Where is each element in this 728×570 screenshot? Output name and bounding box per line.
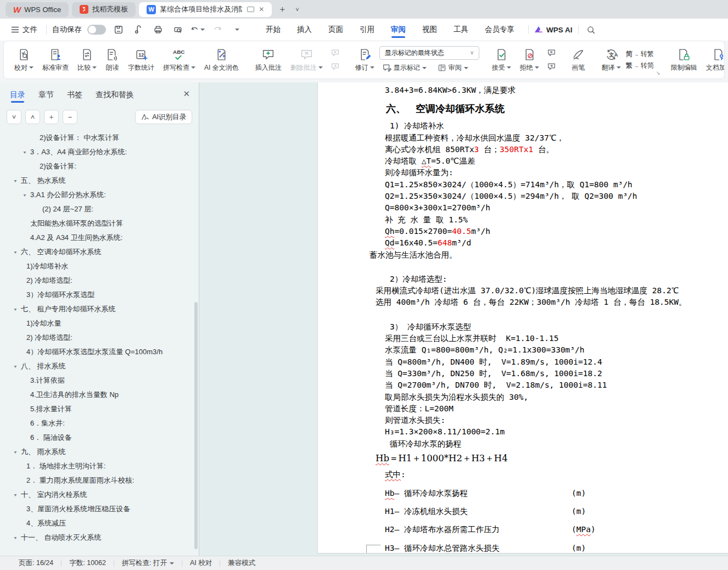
toc-item[interactable]: 4、系统减压 — [0, 516, 199, 530]
document-page[interactable]: 3.84+3=6.84KW>6.3KW，满足要求六、 空调冷却循环水系统1) 冷… — [317, 82, 728, 554]
sidebar-tab-chapters[interactable]: 章节 — [38, 90, 54, 105]
window-mode-icon[interactable] — [247, 7, 254, 12]
close-tab-icon[interactable]: ✕ — [259, 5, 264, 13]
toc-item[interactable]: 2) 冷却塔选型: — [0, 331, 199, 345]
toc-expand-down-button[interactable]: ˅ — [7, 110, 21, 124]
collapse-arrow-icon[interactable]: ▼ — [13, 493, 18, 497]
toc-item[interactable]: 2． 重力雨水系统屋面雨水斗校核: — [0, 473, 199, 488]
toc-item[interactable]: 4.卫生洁具的排水当量数 Np — [0, 388, 199, 402]
to-simplified-button[interactable]: 繁→ 转简 — [626, 61, 654, 70]
sidebar-scrollbar[interactable] — [194, 302, 198, 549]
tab-view[interactable]: 视图 — [414, 20, 445, 39]
tab-page[interactable]: 页面 — [320, 20, 351, 39]
toc-item[interactable]: 3、屋面消火栓系统增压稳压设备 — [0, 502, 199, 516]
ai-recognize-toc-button[interactable]: AI识别目录 — [135, 110, 192, 124]
review-pane-button[interactable]: 审阅 — [435, 62, 471, 74]
accept-button[interactable]: 接受 — [488, 47, 515, 74]
spell-check-button[interactable]: ABC 拼写检查 — [159, 47, 199, 74]
toc-item[interactable]: 6．集水井: — [0, 416, 199, 431]
ink-pen-button[interactable]: 画笔 — [568, 47, 589, 74]
reject-button[interactable]: 拒绝 — [516, 47, 543, 74]
toc-item[interactable]: 1)冷却塔补水 — [0, 259, 199, 273]
toc-item[interactable]: ▼六、 空调冷却循环水系统 — [0, 245, 199, 259]
toc-item[interactable]: 1)冷却水量 — [0, 316, 199, 331]
sidebar-tab-toc[interactable]: 目录 — [10, 90, 25, 105]
compare-button[interactable]: 比较 — [74, 47, 100, 74]
collapse-arrow-icon[interactable]: ▼ — [13, 250, 18, 254]
document-area[interactable]: 3.84+3=6.84KW>6.3KW，满足要求六、 空调冷却循环水系统1) 冷… — [199, 82, 728, 556]
undo-dropdown-icon[interactable] — [200, 29, 205, 31]
word-count-indicator[interactable]: 字数: 10062 — [69, 558, 106, 568]
toc-item[interactable]: 2)设备计算: — [0, 159, 199, 174]
toc-item[interactable]: ▼3．A3、A4 商业部分给水系统: — [0, 145, 199, 159]
export-pdf-button[interactable] — [131, 23, 145, 36]
toc-item[interactable]: 4）冷却循环水泵选型水泵流量 Q=100m3/h — [0, 345, 199, 359]
translate-button[interactable]: 文A 翻译 — [598, 47, 625, 74]
word-count-button[interactable]: 12 字数统计 — [124, 47, 158, 74]
toc-item[interactable]: (2) 24 层~27 层: — [0, 202, 199, 216]
toc-item[interactable]: 3.计算依据 — [0, 373, 199, 388]
tab-document[interactable]: W 某综合体项目给排水及消防设 ✕ — [139, 2, 272, 17]
insert-comment-button[interactable]: 插入批注 — [251, 47, 285, 74]
autosave-toggle[interactable] — [87, 25, 106, 35]
tab-home[interactable]: 开始 — [257, 20, 289, 39]
collapse-arrow-icon[interactable]: ▼ — [13, 535, 18, 540]
next-change-button[interactable] — [544, 62, 559, 72]
track-changes-button[interactable]: 修订 — [351, 47, 378, 74]
toc-item[interactable]: ▼3.A1 办公部分热水系统: — [0, 188, 199, 202]
toc-item[interactable]: ▼七、 租户专用冷却循环水系统 — [0, 302, 199, 316]
toc-item[interactable]: 6． 隔油设备 — [0, 431, 199, 445]
toc-item[interactable]: 5.排水量计算 — [0, 402, 199, 416]
show-markup-button[interactable]: 显示标记 — [379, 62, 429, 74]
toc-collapse-up-button[interactable]: ˄ — [25, 110, 40, 124]
customize-quickbar-button[interactable] — [230, 23, 244, 36]
toc-item[interactable]: 1． 场地排水主明沟计算: — [0, 459, 199, 473]
spell-check-status[interactable]: 拼写检查: 打开 — [122, 558, 174, 568]
restrict-editing-button[interactable]: 限制编辑 — [667, 47, 701, 74]
toc-item[interactable]: 2) 冷却塔选型: — [0, 273, 199, 288]
tab-membership[interactable]: 会员专享 — [477, 20, 523, 39]
toc-item[interactable]: 2)设备计算： 中水泵计算 — [0, 131, 199, 145]
toc-item[interactable]: 3）冷却循环水泵选型 — [0, 288, 199, 302]
tab-insert[interactable]: 插入 — [289, 20, 320, 39]
toc-item[interactable]: 太阳能热水循环泵的选型计算 — [0, 216, 199, 231]
encrypt-doc-button[interactable]: 文档加密 — [702, 47, 725, 74]
search-button[interactable] — [584, 23, 598, 36]
undo-button[interactable] — [191, 23, 205, 36]
toc-zoom-in-button[interactable]: ＋ — [44, 110, 59, 124]
new-tab-icon[interactable]: ＋ — [275, 4, 289, 15]
tab-wps-home[interactable]: W WPS Office — [5, 2, 69, 17]
proofing-button[interactable]: 校对 — [10, 47, 37, 74]
ai-proof-status[interactable]: AI 校对 — [190, 558, 212, 568]
save-button[interactable] — [111, 23, 126, 36]
previous-change-button[interactable] — [544, 48, 559, 58]
collapse-arrow-icon[interactable]: ▼ — [13, 364, 18, 368]
to-traditional-button[interactable]: 简→ 转繁 — [626, 49, 654, 59]
print-preview-button[interactable] — [171, 23, 185, 36]
collapse-arrow-icon[interactable]: ▼ — [13, 450, 18, 454]
tab-list-icon[interactable]: ˅ — [293, 6, 301, 13]
tab-review[interactable]: 审阅 — [383, 20, 414, 39]
tab-reference[interactable]: 引用 — [351, 20, 383, 39]
toc-item[interactable]: ▼八、 排水系统 — [0, 359, 199, 373]
toc-item[interactable]: ▼九、 雨水系统 — [0, 445, 199, 459]
file-menu[interactable]: 文件 — [8, 23, 41, 37]
group-expand-icon[interactable]: ↘ — [656, 70, 660, 76]
toc-item[interactable]: ▼十、 室内消火栓系统 — [0, 488, 199, 502]
toc-item[interactable]: ▼十一、 自动喷水灭火系统 — [0, 530, 199, 545]
collapse-arrow-icon[interactable]: ▼ — [13, 178, 18, 183]
print-button[interactable] — [151, 23, 165, 36]
markup-state-select[interactable]: 显示标记的最终状态 ˅ — [379, 46, 479, 60]
close-sidebar-icon[interactable]: ✕ — [183, 89, 190, 99]
tab-tools[interactable]: 工具 — [445, 20, 477, 39]
read-aloud-button[interactable]: 朗读 — [102, 47, 123, 74]
page-indicator[interactable]: 页面: 16/24 — [19, 558, 53, 568]
toc-item[interactable]: 4.A2 及 A34 卫生间热水系统: — [0, 231, 199, 245]
sidebar-tab-find-replace[interactable]: 查找和替换 — [96, 90, 134, 105]
standard-review-button[interactable]: 标准审查 — [38, 47, 72, 74]
collapse-arrow-icon[interactable]: ▼ — [23, 193, 27, 197]
sidebar-tab-bookmarks[interactable]: 书签 — [67, 90, 82, 105]
wps-ai-button[interactable]: WPS AI — [534, 26, 573, 34]
toc-item[interactable]: ▼五、 热水系统 — [0, 174, 199, 188]
collapse-arrow-icon[interactable]: ▼ — [23, 150, 27, 154]
